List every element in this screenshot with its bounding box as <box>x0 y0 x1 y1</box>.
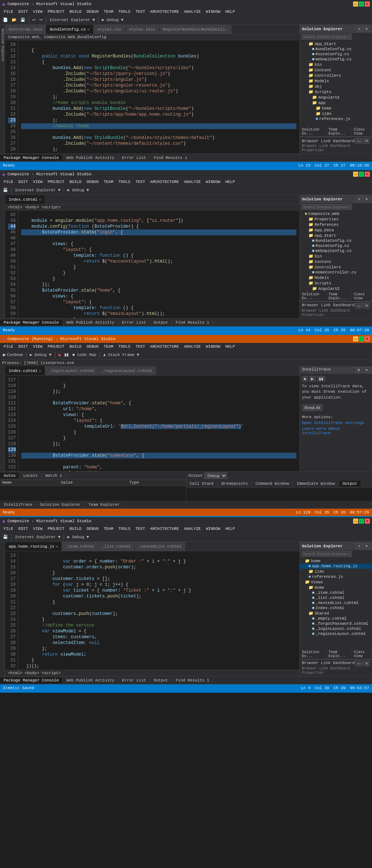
toolbar-new[interactable]: 📄 <box>1 17 9 23</box>
tab3-regions-layout[interactable]: _regionsLayout.cshtml <box>98 366 157 375</box>
tab4-web-publish[interactable]: Web Publish Activity <box>63 677 118 683</box>
it-settings-btn[interactable]: ⚙ <box>355 367 362 373</box>
menu-architecture[interactable]: ARCHITECTURE <box>148 9 181 15</box>
window-controls[interactable]: — □ ✕ <box>353 1 370 7</box>
tab-find-results-1[interactable]: Find Results 1 <box>150 155 191 161</box>
menu2-file[interactable]: FILE <box>1 179 15 185</box>
browser2-selector[interactable]: Internet Explorer ▼ <box>13 188 62 192</box>
se2-angularui[interactable]: 📁 AngularUI <box>300 286 372 291</box>
tab2-find-results[interactable]: Find Results 1 <box>172 320 213 325</box>
tab-index-cshtml[interactable]: Index.cshtml ✕ <box>5 195 45 204</box>
menu4-debug[interactable]: DEBUG <box>84 526 101 532</box>
code-content-3[interactable]: } }); $stateProvider.state("home", { url… <box>19 376 299 471</box>
se4-list-cshtml[interactable]: ■ _list.cshtml <box>300 595 372 600</box>
se4-forgot-password[interactable]: ■ _forgotPassword.cshtml <box>300 621 372 626</box>
se2-models[interactable]: 📁 Models <box>300 275 372 280</box>
tab-web-publish[interactable]: Web Publish Activity <box>63 155 118 161</box>
menu3-build[interactable]: BUILD <box>67 344 84 349</box>
se-search-input[interactable] <box>301 34 352 40</box>
menu2-edit[interactable]: EDIT <box>16 179 30 185</box>
tab-immediate-window[interactable]: Immediate Window <box>293 481 339 487</box>
menu-edit[interactable]: EDIT <box>16 9 30 15</box>
menu4-window[interactable]: WINDOW <box>204 526 223 532</box>
se2-webapi[interactable]: ■ WebApiConfig.cs <box>300 248 372 253</box>
debug2-selector[interactable]: ▶ Debug ▼ <box>66 188 90 192</box>
window-controls-3[interactable]: — □ ✕ <box>353 336 370 341</box>
menu3-architecture[interactable]: ARCHITECTURE <box>148 344 181 349</box>
se2-app-start[interactable]: 📁 App_Start <box>300 233 372 238</box>
se-btn-1[interactable]: ≡ <box>356 26 362 32</box>
menu4-test[interactable]: TEST <box>133 526 147 532</box>
menu4-file[interactable]: FILE <box>1 526 15 532</box>
tab4-error-list[interactable]: Error List <box>118 677 150 683</box>
se-item-angularui[interactable]: 📁 AngularUI <box>300 95 372 100</box>
se2-btn-1[interactable]: ≡ <box>356 196 362 202</box>
it-break-all[interactable]: Break All <box>302 404 323 411</box>
menu-project[interactable]: PROJECT <box>45 9 66 15</box>
tab3-team-explorer[interactable]: Team Explorer <box>85 502 124 508</box>
toolbar3-pause[interactable]: ▮▮ <box>63 352 70 358</box>
menu4-tools[interactable]: TOOLS <box>116 526 133 532</box>
se4-nav-team[interactable]: Team Explo... <box>327 649 352 659</box>
se-item-controllers[interactable]: 📁 Controllers <box>300 73 372 78</box>
tab3-intellitrace[interactable]: IntelliTrace <box>0 502 36 508</box>
tab4-nested-list[interactable]: _nestedList.cshtml <box>135 542 186 551</box>
se2-routeconfig[interactable]: ■ RouteConfig.cs <box>300 243 372 248</box>
menu-debug[interactable]: DEBUG <box>84 9 101 15</box>
menu3-project[interactable]: PROJECT <box>45 344 66 349</box>
se-item-home-folder[interactable]: 📁 home <box>300 105 372 111</box>
code-editor-3[interactable]: 117118119120121 122123124125126 127128 1… <box>5 376 299 471</box>
close-button-3[interactable]: ✕ <box>365 336 370 341</box>
code-content-1[interactable]: { public static void RegisterBundles(Bun… <box>18 40 299 153</box>
tab3-index[interactable]: Index.cshtml ✕ <box>5 366 45 375</box>
menu2-build[interactable]: BUILD <box>67 179 84 185</box>
se-btn-2[interactable]: ✕ <box>363 26 370 32</box>
tab-styles-less[interactable]: styles.less <box>125 25 159 34</box>
window-controls-2[interactable]: — □ ✕ <box>353 172 370 177</box>
code-content-2[interactable]: module = angular.module("app.home.routin… <box>18 211 299 318</box>
menu-team[interactable]: TEAM <box>101 9 115 15</box>
se4-home-views[interactable]: 📁 Home <box>300 585 372 590</box>
tab3-solution-explorer[interactable]: Solution Explorer <box>36 502 85 508</box>
menu2-help[interactable]: HELP <box>223 179 237 185</box>
menu2-analyze[interactable]: ANALYZE <box>182 179 203 185</box>
tab4-package-manager[interactable]: Package Manager Console <box>0 677 63 683</box>
tab2-package-manager[interactable]: Package Manager Console <box>0 320 63 325</box>
se2-homecontroller[interactable]: ■ HomeController.cs <box>300 270 372 275</box>
tab-error-list-1[interactable]: Error List <box>118 155 150 161</box>
menu2-debug[interactable]: DEBUG <box>84 179 101 185</box>
tab-package-manager[interactable]: Package Manager Console <box>0 155 63 161</box>
code-editor-4[interactable]: 1314151617 1819202122 2324252627 2829303… <box>5 551 299 670</box>
close-tab-bundleconfig[interactable]: ✕ <box>87 27 89 32</box>
se4-regions-layout[interactable]: ■ _regionsLayout.cshtml <box>300 631 372 636</box>
bl2-close[interactable]: ✕ <box>363 303 370 308</box>
se2-references[interactable]: 📁 References <box>300 222 372 227</box>
se-item-app-start[interactable]: 📁 App_Start <box>300 41 372 47</box>
debug3-selector[interactable]: ▶ Debug ▼ <box>28 352 53 357</box>
code-editor-1[interactable]: 1011121314 1516171819 202122 23 24252627… <box>5 40 299 153</box>
se-item-bundleconfig[interactable]: ■ BundleConfig.cs <box>300 47 372 52</box>
menu3-test[interactable]: TEST <box>133 344 147 349</box>
code-map-btn[interactable]: ■ Code Map <box>71 353 98 357</box>
tab-watch1[interactable]: Watch 1 <box>42 473 66 479</box>
menu3-window[interactable]: WINDOW <box>204 344 223 349</box>
tab-styles-css[interactable]: styles.css <box>93 25 125 34</box>
minimize-button[interactable]: — <box>353 1 358 7</box>
menu4-project[interactable]: PROJECT <box>45 526 66 532</box>
menu4-view[interactable]: VIEW <box>31 526 45 532</box>
menu3-analyze[interactable]: ANALYZE <box>182 344 203 349</box>
se4-empty-cshtml[interactable]: ■ _empty.cshtml <box>300 616 372 621</box>
tab4-output[interactable]: Output <box>150 677 172 683</box>
se4-login-layout[interactable]: ■ _loginLayout.cshtml <box>300 626 372 631</box>
se-item-scripts[interactable]: 📁 Scripts <box>300 89 372 95</box>
menu4-build[interactable]: BUILD <box>67 526 84 532</box>
menu2-test[interactable]: TEST <box>133 179 147 185</box>
se2-properties[interactable]: 📁 Properties <box>300 216 372 222</box>
se2-controllers[interactable]: 📁 Controllers <box>300 264 372 270</box>
se4-item-cshtml[interactable]: ■ _item.cshtml <box>300 590 372 595</box>
se2-nav-solution[interactable]: Solution Ex... <box>300 292 327 301</box>
output-source-selector[interactable]: Debug <box>204 472 227 479</box>
tab4-item[interactable]: _item.cshtml <box>62 542 98 551</box>
bl-close-1[interactable]: ✕ <box>363 138 370 144</box>
close-button[interactable]: ✕ <box>365 1 370 7</box>
